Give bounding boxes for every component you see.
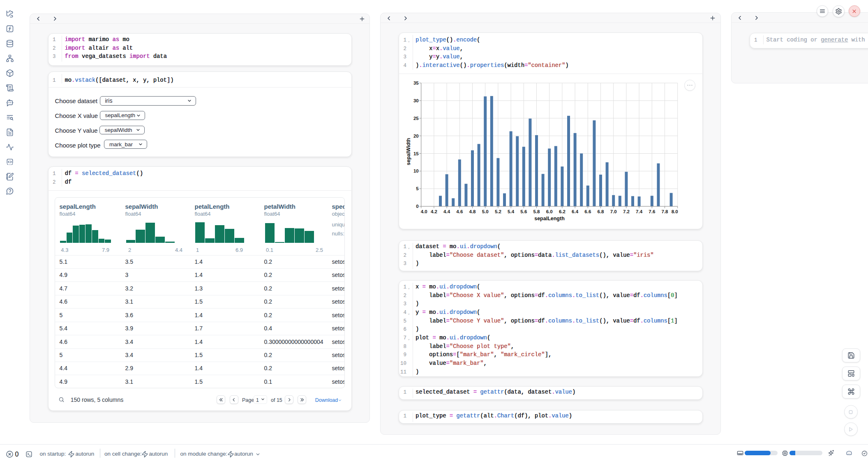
- svg-text:4.2: 4.2: [431, 209, 437, 214]
- svg-text:5.2: 5.2: [495, 209, 501, 214]
- svg-text:20: 20: [413, 134, 419, 138]
- svg-text:0: 0: [416, 204, 418, 209]
- svg-text:sepalLength: sepalLength: [534, 216, 565, 221]
- svg-text:6.2: 6.2: [559, 209, 566, 214]
- svg-text:10: 10: [413, 168, 419, 173]
- svg-text:sepalWidth: sepalWidth: [406, 138, 411, 166]
- svg-text:30: 30: [413, 98, 419, 103]
- svg-text:6.4: 6.4: [572, 209, 579, 214]
- svg-text:7.2: 7.2: [623, 209, 630, 214]
- svg-text:4.6: 4.6: [456, 209, 463, 214]
- svg-text:5.0: 5.0: [482, 209, 489, 214]
- svg-text:6.0: 6.0: [546, 209, 553, 214]
- svg-text:4.8: 4.8: [469, 209, 476, 214]
- svg-text:5.8: 5.8: [533, 209, 540, 214]
- svg-text:5: 5: [416, 186, 419, 191]
- svg-text:6.8: 6.8: [598, 209, 605, 214]
- svg-text:8.0: 8.0: [672, 209, 678, 214]
- svg-text:6.6: 6.6: [584, 209, 591, 214]
- svg-text:7.6: 7.6: [649, 209, 655, 214]
- svg-text:35: 35: [413, 81, 419, 85]
- svg-text:5.6: 5.6: [520, 209, 527, 214]
- svg-text:25: 25: [413, 116, 419, 121]
- svg-text:4.4: 4.4: [443, 209, 450, 214]
- svg-text:7.8: 7.8: [662, 209, 669, 214]
- svg-text:5.4: 5.4: [508, 209, 515, 214]
- svg-text:7.4: 7.4: [636, 209, 643, 214]
- svg-text:4.0: 4.0: [421, 209, 427, 214]
- svg-text:15: 15: [413, 151, 419, 156]
- svg-text:7.0: 7.0: [610, 209, 617, 214]
